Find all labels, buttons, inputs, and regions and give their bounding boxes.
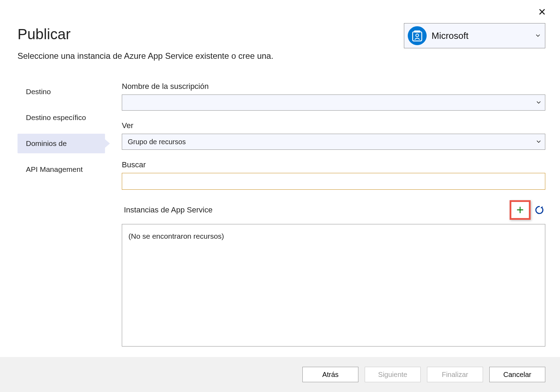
instances-label: Instancias de App Service (122, 205, 212, 215)
view-field-group: Ver Grupo de recursos (122, 121, 545, 150)
next-button[interactable]: Siguiente (365, 367, 421, 382)
account-selector[interactable]: Microsoft (404, 23, 545, 48)
instances-list[interactable]: (No se encontraron recursos) (122, 224, 545, 346)
sidebar-item-label: Destino (26, 88, 51, 96)
sidebar-item-label: Destino específico (26, 113, 86, 121)
refresh-button[interactable] (533, 204, 545, 216)
view-value: Grupo de recursos (128, 138, 186, 146)
chevron-down-icon (536, 34, 540, 37)
account-name-label: Microsoft (432, 30, 468, 41)
subscription-field-group: Nombre de la suscripción (122, 82, 545, 111)
view-label: Ver (122, 121, 545, 130)
add-instance-button[interactable]: + (510, 200, 531, 220)
search-label: Buscar (122, 160, 545, 169)
refresh-icon (534, 205, 544, 215)
main-form: Nombre de la suscripción Ver Grupo de re… (105, 82, 560, 346)
page-subtitle: Seleccione una instancia de Azure App Se… (18, 51, 542, 61)
search-field-group: Buscar (122, 160, 545, 190)
svg-point-2 (416, 34, 419, 37)
dialog-header: Publicar Seleccione una instancia de Azu… (0, 0, 560, 61)
back-button[interactable]: Atrás (302, 367, 358, 382)
wizard-sidebar: Destino Destino específico Dominios de A… (0, 82, 105, 346)
sidebar-item-destino[interactable]: Destino (18, 82, 105, 102)
chevron-down-icon (537, 140, 541, 143)
view-dropdown[interactable]: Grupo de recursos (122, 134, 545, 150)
sidebar-item-label: Dominios de (26, 139, 67, 147)
sidebar-item-label: API Management (26, 165, 83, 173)
instances-actions: + (510, 200, 545, 220)
finish-button[interactable]: Finalizar (427, 367, 483, 382)
publish-dialog: ✕ Publicar Seleccione una instancia de A… (0, 0, 560, 392)
sidebar-item-api-management[interactable]: API Management (18, 160, 105, 179)
dialog-footer: Atrás Siguiente Finalizar Cancelar (0, 357, 560, 392)
subscription-label: Nombre de la suscripción (122, 82, 545, 91)
plus-icon: + (516, 204, 524, 216)
dialog-body: Destino Destino específico Dominios de A… (0, 82, 560, 346)
sidebar-item-dominios[interactable]: Dominios de (18, 134, 105, 153)
cancel-button[interactable]: Cancelar (489, 367, 545, 382)
account-badge-icon (408, 26, 427, 45)
instances-header: Instancias de App Service + (122, 200, 545, 220)
sidebar-item-destino-especifico[interactable]: Destino específico (18, 108, 105, 127)
subscription-dropdown[interactable] (122, 94, 545, 111)
no-resources-message: (No se encontraron recursos) (128, 232, 539, 240)
search-input[interactable] (122, 173, 545, 190)
chevron-down-icon (537, 101, 541, 104)
